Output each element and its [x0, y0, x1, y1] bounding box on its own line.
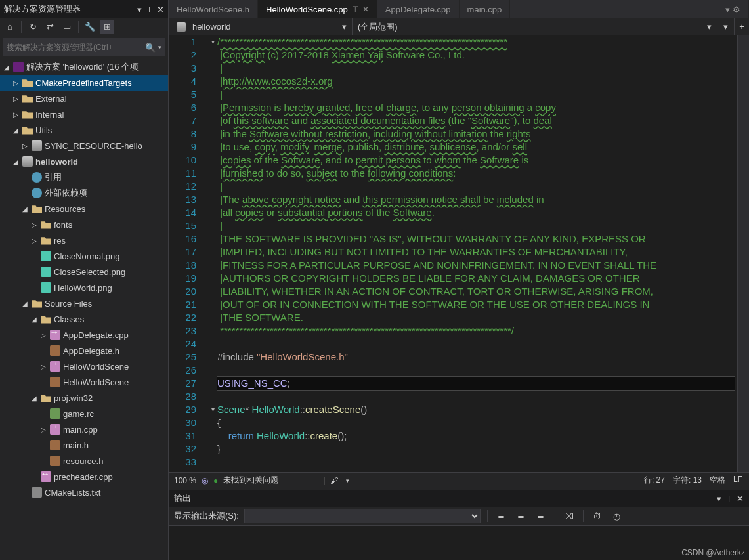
home-icon[interactable]: ⌂	[3, 20, 17, 34]
context-dropdown[interactable]: (全局范围) ▾	[353, 18, 717, 35]
pin-icon[interactable]: ⊤	[725, 494, 733, 504]
col-indicator[interactable]: 字符: 13	[673, 475, 702, 486]
panel-title-text: 解决方案资源管理器	[4, 3, 137, 15]
arrow-icon[interactable]: ↻	[26, 20, 40, 34]
tab[interactable]: main.cpp	[460, 0, 511, 18]
close-icon[interactable]: ✕	[157, 5, 164, 14]
tree-item[interactable]: game.rc	[0, 406, 168, 421]
tree-item[interactable]: ▷main.cpp	[0, 421, 168, 437]
panel-title: 解决方案资源管理器 ▾ ⊤ ✕	[0, 0, 168, 18]
tree-item[interactable]: CloseSelected.png	[0, 264, 168, 280]
indent-right-icon[interactable]: ≣	[514, 509, 528, 523]
tree-item[interactable]: ▷External	[0, 91, 168, 106]
search-box[interactable]: 🔍▾	[3, 38, 165, 56]
scrollbar[interactable]	[737, 35, 749, 472]
indent-left-icon[interactable]: ≣	[494, 509, 509, 523]
ok-icon: ●	[213, 476, 218, 485]
status-bar: 100 % ◎ ● 未找到相关问题 | 🖌▾ 行: 27 字符: 13 空格 L…	[169, 472, 749, 488]
tree-item[interactable]: ◢Utils	[0, 122, 168, 138]
wrap-icon[interactable]: ≣	[534, 509, 548, 523]
zoom-level[interactable]: 100 %	[174, 476, 196, 485]
watermark: CSDN @Aetherkz	[681, 548, 745, 557]
output-body[interactable]	[169, 525, 749, 560]
dropdown-icon[interactable]: ▾	[717, 494, 721, 504]
clock-icon[interactable]: ◷	[610, 509, 624, 523]
solution-icon	[13, 62, 24, 72]
nav-bar: helloworld ▾ (全局范围) ▾ ▾ +	[169, 18, 749, 35]
pin-icon[interactable]: ⊤	[352, 5, 358, 14]
gear-icon[interactable]: ▾ ⚙	[717, 0, 749, 18]
tree-item[interactable]: HelloWorldScene	[0, 374, 168, 390]
solution-root[interactable]: ◢ 解决方案 'helloworld' (16 个项	[0, 59, 168, 75]
tree-item[interactable]: HelloWorld.png	[0, 280, 168, 295]
tree-item[interactable]: ◢Resources	[0, 201, 168, 217]
issues-label[interactable]: 未找到相关问题	[223, 475, 278, 486]
search-input[interactable]	[7, 43, 145, 52]
project-icon	[177, 22, 186, 32]
stack-icon[interactable]: ▭	[60, 20, 74, 34]
tree-item[interactable]: ▷HelloWorldScene	[0, 358, 168, 374]
tab[interactable]: HelloWorldScene.h	[169, 0, 258, 18]
tree-item[interactable]: ◢Source Files	[0, 295, 168, 311]
dropdown-icon[interactable]: ▾	[137, 5, 142, 14]
editor-pane: HelloWorldScene.hHelloWorldScene.cpp⊤✕Ap…	[169, 0, 749, 560]
tree-item[interactable]: ▷AppDelegate.cpp	[0, 327, 168, 343]
line-indicator[interactable]: 行: 27	[644, 475, 665, 486]
solution-tree[interactable]: ◢ 解决方案 'helloworld' (16 个项 ▷CMakePredefi…	[0, 59, 168, 560]
tree-item[interactable]: main.h	[0, 437, 168, 453]
tree-item[interactable]: ▷CMakePredefinedTargets	[0, 75, 168, 91]
tree-item[interactable]: 引用	[0, 169, 168, 185]
tree-item[interactable]: ▷Internal	[0, 106, 168, 122]
nav-split-icon[interactable]: ▾	[717, 18, 735, 35]
tree-item[interactable]: CloseNormal.png	[0, 248, 168, 264]
close-icon[interactable]: ✕	[737, 494, 744, 504]
sync-icon[interactable]: ⇄	[43, 20, 57, 34]
tree-item[interactable]: ◢helloworld	[0, 154, 168, 169]
tree-item[interactable]: ◢proj.win32	[0, 390, 168, 406]
clear-icon[interactable]: ⌧	[562, 509, 576, 523]
history-icon[interactable]: ⏱	[590, 509, 605, 523]
tab[interactable]: AppDelegate.cpp	[377, 0, 460, 18]
scope-label: helloworld	[192, 22, 231, 32]
output-source-select[interactable]	[244, 509, 481, 523]
brush-icon[interactable]: 🖌	[330, 476, 338, 485]
output-title: 输出	[174, 492, 191, 504]
tree-item[interactable]: ▷fonts	[0, 217, 168, 232]
scope-dropdown[interactable]: helloworld ▾	[169, 18, 353, 35]
tree-item[interactable]: ▷res	[0, 232, 168, 248]
explorer-toolbar: ⌂ ↻ ⇄ ▭ 🔧 ⊞	[0, 18, 168, 35]
context-label: (全局范围)	[358, 21, 398, 33]
solution-explorer: 解决方案资源管理器 ▾ ⊤ ✕ ⌂ ↻ ⇄ ▭ 🔧 ⊞ 🔍▾ ◢ 解决方案 'h…	[0, 0, 169, 560]
solution-root-label: 解决方案 'helloworld' (16 个项	[26, 61, 139, 73]
show-all-icon[interactable]: ⊞	[100, 20, 114, 34]
code-editor[interactable]: 1▾/*************************************…	[169, 35, 737, 472]
search-icon[interactable]: 🔍	[145, 43, 156, 53]
wrench-icon[interactable]: 🔧	[83, 20, 97, 34]
eol-indicator[interactable]: LF	[733, 475, 742, 486]
tree-item[interactable]: CMakeLists.txt	[0, 485, 168, 500]
tree-item[interactable]: precheader.cpp	[0, 469, 168, 485]
tree-item[interactable]: ◢Classes	[0, 311, 168, 327]
nav-plus-icon[interactable]: +	[735, 18, 749, 35]
tab[interactable]: HelloWorldScene.cpp⊤✕	[258, 0, 377, 18]
tree-item[interactable]: ▷SYNC_RESOURCE-hello	[0, 138, 168, 154]
indent-indicator[interactable]: 空格	[710, 475, 725, 486]
tab-bar: HelloWorldScene.hHelloWorldScene.cpp⊤✕Ap…	[169, 0, 749, 18]
tree-item[interactable]: AppDelegate.h	[0, 343, 168, 358]
bulb-icon[interactable]: ◎	[202, 476, 208, 485]
output-panel: 输出 ▾ ⊤ ✕ 显示输出来源(S): ≣ ≣ ≣ ⌧ ⏱ ◷	[169, 488, 749, 560]
tree-item[interactable]: 外部依赖项	[0, 185, 168, 201]
close-icon[interactable]: ✕	[362, 5, 369, 14]
output-source-label: 显示输出来源(S):	[174, 510, 239, 522]
pin-icon[interactable]: ⊤	[146, 5, 153, 14]
tree-item[interactable]: resource.h	[0, 453, 168, 469]
